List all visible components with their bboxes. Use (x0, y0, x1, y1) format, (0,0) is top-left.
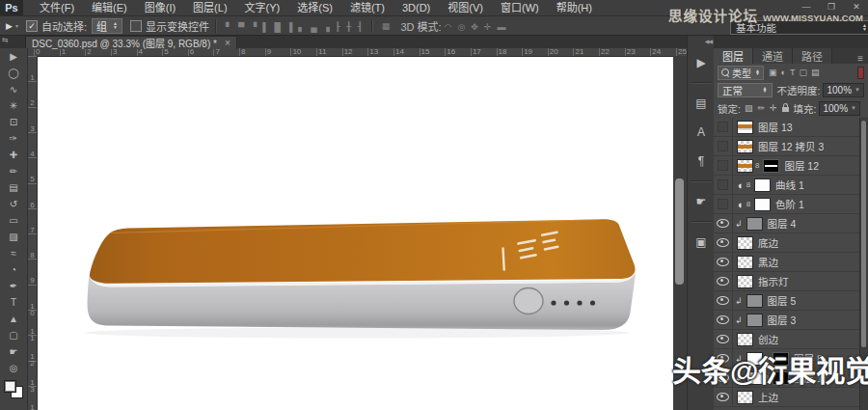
align-icon-7[interactable]: ▄ (308, 22, 319, 32)
healing-brush-tool-icon[interactable]: ✚ (1, 147, 26, 163)
hand-tool-icon[interactable]: ☛ (1, 343, 26, 360)
menu-item-8[interactable]: 视图(V) (439, 0, 492, 15)
filter-type-dropdown[interactable]: 类型 ▲▼ (718, 66, 764, 80)
lock-position-icon[interactable]: ✛ (770, 103, 777, 113)
fill-field[interactable]: 100% ▼ (819, 101, 860, 116)
mode-3d-icon-1[interactable]: ◎ (454, 22, 468, 32)
panel-menu-icon[interactable]: ≡ (857, 53, 868, 64)
layer-thumbnail[interactable] (737, 256, 753, 269)
visibility-toggle[interactable] (714, 311, 733, 329)
show-transform-checkbox[interactable] (130, 20, 142, 32)
document-tab[interactable]: DSC_0360.psd @ 33.3% (图层 9, RGB/8) * × (25, 36, 237, 49)
blend-mode-dropdown[interactable]: 正常 ▲▼ (718, 83, 773, 97)
menu-item-3[interactable]: 图层(L) (184, 0, 235, 15)
align-icon-5[interactable]: ▐ (284, 22, 295, 32)
crop-tool-icon[interactable]: ⊡ (1, 114, 26, 130)
visibility-toggle[interactable] (714, 156, 733, 175)
align-icon-10[interactable]: ╂ (343, 22, 354, 32)
tab-close-icon[interactable]: × (225, 38, 231, 48)
layer-row-3[interactable]: ◐8曲线 1 (714, 176, 868, 195)
visibility-toggle[interactable] (714, 214, 733, 232)
visibility-toggle[interactable] (714, 291, 733, 310)
magic-wand-tool-icon[interactable]: ✳ (1, 97, 26, 114)
foreground-color-swatch[interactable] (4, 380, 16, 393)
filter-toggle-icon[interactable] (857, 67, 864, 79)
layer-row-11[interactable]: 创边 (714, 330, 868, 349)
current-tool-icon[interactable]: ▶ ▾ (6, 21, 18, 31)
layer-row-7[interactable]: 黑边 (714, 253, 868, 272)
visibility-toggle[interactable] (714, 176, 733, 194)
blur-tool-icon[interactable]: ≈ (1, 245, 26, 261)
layer-row-2[interactable]: 8图层 12 (714, 156, 868, 176)
visibility-toggle[interactable] (714, 195, 733, 213)
character-panel-icon[interactable]: A (689, 121, 714, 144)
type-tool-icon[interactable]: T (1, 294, 26, 311)
brush-tool-icon[interactable]: ✏ (1, 163, 26, 179)
visibility-toggle[interactable] (714, 330, 733, 348)
layer-row-9[interactable]: ↲图层 5 (714, 291, 868, 311)
toolbar-collapse-icon[interactable]: ⇆ (2, 36, 9, 44)
filter-type-layers-icon[interactable]: T (790, 68, 796, 77)
canvas[interactable] (37, 56, 673, 410)
styles-panel-icon[interactable]: ▤ (689, 92, 714, 115)
opacity-field[interactable]: 100% ▼ (823, 83, 864, 97)
layer-thumbnail[interactable] (746, 314, 763, 327)
expand-panels-icon[interactable]: ◀◀ (705, 38, 712, 44)
lock-transparent-icon[interactable]: ▨ (745, 103, 753, 113)
lasso-tool-icon[interactable]: ∿ (1, 81, 26, 97)
layer-thumbnail[interactable] (746, 217, 763, 231)
menu-item-6[interactable]: 滤镜(T) (341, 0, 393, 15)
align-icon-4[interactable]: █ (272, 22, 284, 32)
mode-3d-icon-4[interactable]: ▬ (494, 22, 508, 32)
canvas-scrollbar-thumb[interactable] (675, 178, 684, 285)
visibility-toggle[interactable] (714, 233, 733, 252)
menu-item-1[interactable]: 编辑(E) (83, 0, 136, 15)
visibility-toggle[interactable] (714, 253, 733, 271)
auto-select-dropdown[interactable]: 组 ▲▼ (92, 18, 122, 34)
visibility-toggle[interactable] (714, 272, 733, 290)
distribute-icon[interactable]: ▦ (379, 21, 393, 31)
color-swatches[interactable] (0, 376, 28, 410)
visibility-toggle[interactable] (714, 137, 733, 155)
layer-thumbnail[interactable] (737, 391, 753, 404)
filter-smart-objects-icon[interactable]: ▤ (811, 68, 820, 77)
menu-item-7[interactable]: 3D(D) (393, 0, 439, 15)
pen-tool-icon[interactable]: ✒ (1, 278, 26, 294)
tool-presets-panel-icon[interactable]: ☛ (689, 190, 714, 213)
align-icon-8[interactable]: ▗ (320, 22, 333, 32)
menu-item-9[interactable]: 窗口(W) (492, 0, 548, 15)
menu-item-0[interactable]: 文件(F) (31, 0, 83, 15)
filter-adjustment-layers-icon[interactable]: ◐ (780, 68, 785, 77)
layer-mask-thumbnail[interactable] (754, 178, 771, 192)
layer-mask-thumbnail[interactable] (754, 198, 771, 211)
layer-row-8[interactable]: 指示灯 (714, 272, 868, 291)
eraser-tool-icon[interactable]: ▭ (1, 212, 26, 229)
filter-pixel-layers-icon[interactable]: ▣ (769, 68, 777, 77)
layer-row-1[interactable]: 图层 12 拷贝 3 (714, 137, 868, 156)
layer-thumbnail[interactable] (737, 140, 753, 153)
mode-3d-icon-0[interactable]: ◠ (442, 22, 455, 32)
menu-item-2[interactable]: 图像(I) (136, 0, 184, 15)
eyedropper-tool-icon[interactable]: ✑ (1, 130, 26, 147)
layer-row-10[interactable]: ↲图层 3 (714, 311, 868, 330)
align-icon-9[interactable]: ┠ (333, 22, 343, 32)
menu-item-10[interactable]: 帮助(H) (548, 0, 601, 15)
paragraph-panel-icon[interactable]: ¶ (689, 150, 714, 173)
mode-3d-icon-3[interactable]: ✛ (481, 22, 495, 32)
layer-mask-thumbnail[interactable] (763, 159, 779, 173)
tab-路径[interactable]: 路径 (793, 48, 832, 64)
visibility-toggle[interactable] (714, 118, 733, 136)
shape-tool-icon[interactable]: ▢ (1, 327, 26, 343)
actions-panel-icon[interactable]: ▶ (689, 51, 714, 74)
layer-thumbnail[interactable] (746, 294, 763, 308)
dodge-tool-icon[interactable]: ◔ (1, 261, 26, 278)
layer-thumbnail[interactable] (737, 121, 753, 134)
layer-thumbnail[interactable] (737, 275, 753, 288)
gradient-tool-icon[interactable]: ▨ (1, 229, 26, 245)
tab-图层[interactable]: 图层 (714, 48, 753, 64)
layer-row-14[interactable]: 上边 (714, 388, 868, 407)
marquee-tool-icon[interactable]: ◯ (1, 65, 26, 81)
path-selection-tool-icon[interactable]: ▲ (1, 311, 26, 327)
align-icon-2[interactable]: ▝ (247, 22, 259, 32)
move-tool-icon[interactable]: ▶ (1, 48, 26, 65)
